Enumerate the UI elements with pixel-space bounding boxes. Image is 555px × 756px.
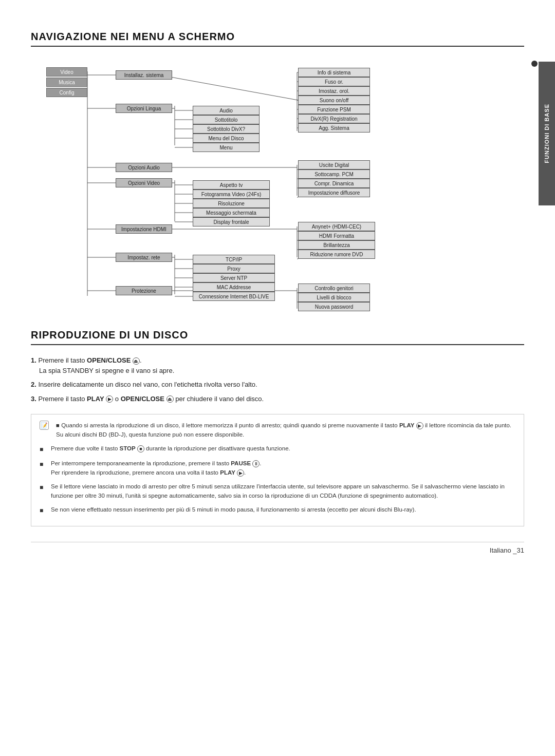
note-bullet-2-icon: ■ <box>40 445 47 455</box>
box-info-sistema: Info di sistema <box>298 68 370 77</box>
menu-musica: Musica <box>46 78 87 87</box>
section1-title: NAVIGAZIONE NEI MENU A SCHERMO <box>31 31 524 47</box>
box-riduzione-rumore: Riduzione rumore DVD <box>298 250 375 259</box>
box-uscite-digital: Uscite Digital <box>298 160 370 169</box>
box-installaz-sistema: Installaz. sistema <box>116 70 172 80</box>
step-3: 3. Premere il tasto PLAY ▶ o OPEN/CLOSE … <box>31 394 524 404</box>
note-bullet-5-icon: ■ <box>40 506 47 516</box>
note-1-text: ■ Quando si arresta la riproduzione di u… <box>56 421 511 440</box>
note-3: ■ Per interrompere temporaneamente la ri… <box>40 459 515 478</box>
box-livelli-blocco: Livelli di blocco <box>298 293 370 302</box>
play-icon: ▶ <box>106 395 113 403</box>
box-opzioni-audio: Opzioni Audio <box>116 163 172 172</box>
box-opzioni-video: Opzioni Video <box>116 178 172 187</box>
box-server-ntp: Server NTP <box>193 273 275 282</box>
menu-video: Video <box>46 67 87 77</box>
box-aspetto-tv: Aspetto tv <box>193 180 270 190</box>
box-sottocamp-pcm: Sottocamp. PCM <box>298 169 370 179</box>
step-2-num: 2. <box>31 381 36 388</box>
open-close-icon-2: ⏏ <box>166 395 174 403</box>
box-audio: Audio <box>193 106 260 115</box>
box-messaggio-schermata: Messaggio schermata <box>193 208 270 217</box>
box-menu: Menu <box>193 143 260 152</box>
sidebar-label: FUNZIONI DI BASE <box>544 104 550 163</box>
box-agg-sistema: Agg. Sistema <box>298 123 370 133</box>
box-brillantezza: Brillantezza <box>298 240 375 250</box>
note-5-text: Se non viene effettuato nessun inserimen… <box>51 505 416 514</box>
step-3-num: 3. <box>31 395 36 403</box>
box-divx-registration: DivX(R) Registration <box>298 114 370 123</box>
box-proxy: Proxy <box>193 264 275 273</box>
box-opzioni-lingua: Opzioni Lingua <box>116 104 172 113</box>
box-funzione-psm: Funzione PSM <box>298 105 370 114</box>
box-controllo-genitori: Controllo genitori <box>298 284 370 293</box>
box-impostazione-diffusore: Impostazione diffusore <box>298 188 370 197</box>
note-4-text: Se il lettore viene lasciato in modo di … <box>51 482 515 501</box>
stop-icon: ■ <box>137 445 144 452</box>
note-2-text: Premere due volte il tasto STOP ■ durant… <box>51 444 290 453</box>
step-1-num: 1. <box>31 356 36 364</box>
page-container: FUNZIONI DI BASE NAVIGAZIONE NEI MENU A … <box>0 0 555 575</box>
box-risoluzione: Risoluzione <box>193 199 270 208</box>
section2-title: RIPRODUZIONE DI UN DISCO <box>31 329 524 345</box>
box-fotogramma-video: Fotogramma Video (24Fs) <box>193 190 270 199</box>
play-icon-note2: ▶ <box>237 469 244 477</box>
note-5: ■ Se non viene effettuato nessun inserim… <box>40 505 515 516</box>
riproduzione-section: 1. Premere il tasto OPEN/CLOSE ⏏. La spi… <box>31 355 524 526</box>
note-2: ■ Premere due volte il tasto STOP ■ dura… <box>40 444 515 455</box>
box-impostaz-rete: Impostaz. rete <box>116 253 172 262</box>
box-imostaz-orol: Imostaz. orol. <box>298 86 370 96</box>
menu-diagram: Video Musica Config Installaz. sistema O… <box>31 57 524 309</box>
note-icon-1: 📝 <box>40 421 49 430</box>
step-1-subtext: La spia STANDBY si spegne e il vano si a… <box>31 366 174 376</box>
svg-line-8 <box>159 75 298 100</box>
box-sottotitolo: Sottotitolo <box>193 115 260 124</box>
box-protezione: Protezione <box>116 286 172 295</box>
diagram-wrapper: Video Musica Config Installaz. sistema O… <box>41 57 514 309</box>
box-fuso-or: Fuso or. <box>298 77 370 86</box>
box-mac-addresse: MAC Addresse <box>193 282 275 292</box>
box-sottotitolo-divx: Sottotitolo DivX? <box>193 124 260 134</box>
footer-text: Italiano _31 <box>490 546 524 554</box>
menu-config: Config <box>46 88 87 97</box>
box-anynet: Anynet+ (HDMI-CEC) <box>298 222 375 231</box>
box-display-frontale: Display frontale <box>193 217 270 226</box>
step-2: 2. Inserire delicatamente un disco nel v… <box>31 380 524 390</box>
pause-icon: ⏸ <box>252 460 260 467</box>
note-bullet-4-icon: ■ <box>40 483 47 493</box>
sidebar-dot <box>531 61 538 67</box>
connector-lines <box>41 57 514 309</box>
box-compr-dinamica: Compr. Dinamica <box>298 179 370 188</box>
box-tcp-ip: TCP/IP <box>193 255 275 264</box>
page-footer: Italiano _31 <box>31 542 524 554</box>
note-1: 📝 ■ Quando si arresta la riproduzione di… <box>40 421 515 440</box>
step-1: 1. Premere il tasto OPEN/CLOSE ⏏. La spi… <box>31 355 524 375</box>
sidebar-tab: FUNZIONI DI BASE <box>539 62 555 205</box>
box-hdmi-formatta: HDMI Formatta <box>298 231 375 240</box>
steps-list: 1. Premere il tasto OPEN/CLOSE ⏏. La spi… <box>31 355 524 404</box>
open-close-icon-1: ⏏ <box>133 357 140 365</box>
note-box: 📝 ■ Quando si arresta la riproduzione di… <box>31 414 524 526</box>
box-impostazione-hdmi: Impostazione HDMI <box>116 224 172 234</box>
note-3-text: Per interrompere temporaneamente la ripr… <box>51 459 261 478</box>
note-bullet-3-icon: ■ <box>40 460 47 469</box>
box-connessione-internet: Connessione Internet BD-LIVE <box>193 292 275 301</box>
box-nuova-password: Nuova password <box>298 302 370 311</box>
box-suono-onoff: Suono on/off <box>298 96 370 105</box>
box-menu-disco: Menu del Disco <box>193 134 260 143</box>
note-4: ■ Se il lettore viene lasciato in modo d… <box>40 482 515 501</box>
play-icon-note: ▶ <box>416 422 423 429</box>
